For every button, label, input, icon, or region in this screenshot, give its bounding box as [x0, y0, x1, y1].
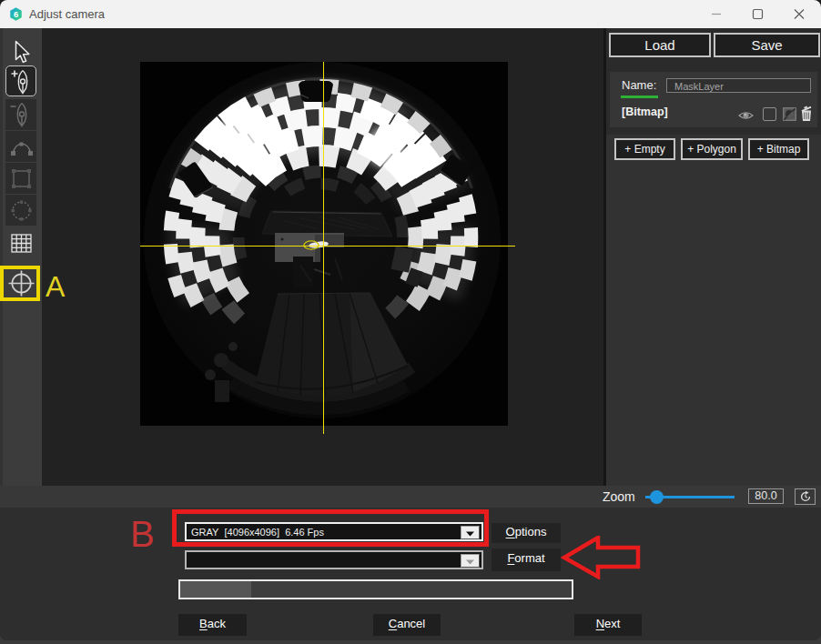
svg-text:6: 6	[14, 10, 18, 19]
